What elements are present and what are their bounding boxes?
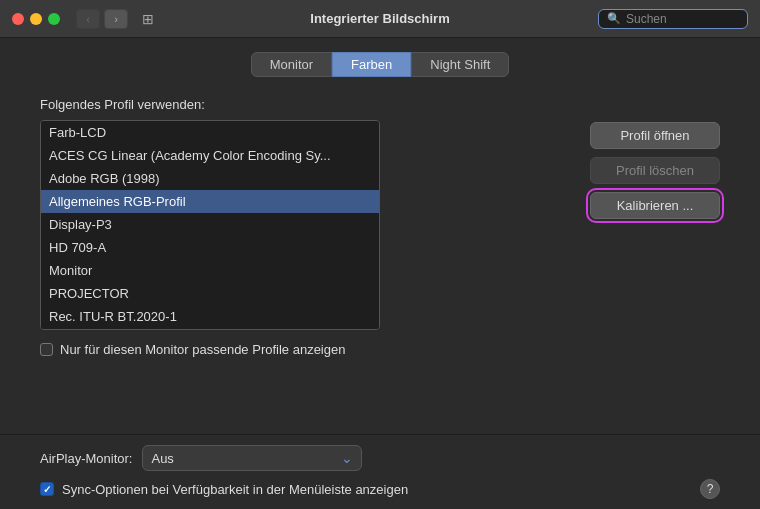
window-title: Integrierter Bildschirm xyxy=(310,11,449,26)
kalibrieren-button[interactable]: Kalibrieren ... xyxy=(590,192,720,219)
sync-label: Sync-Optionen bei Verfügbarkeit in der M… xyxy=(62,482,408,497)
list-item[interactable]: ACES CG Linear (Academy Color Encoding S… xyxy=(41,144,379,167)
tab-nightshift[interactable]: Night Shift xyxy=(411,52,509,77)
profil-loeschen-button[interactable]: Profil löschen xyxy=(590,157,720,184)
close-button[interactable] xyxy=(12,13,24,25)
bottom-area: AirPlay-Monitor: Aus ⌄ Sync-Optionen bei… xyxy=(0,434,760,509)
tab-farben[interactable]: Farben xyxy=(332,52,411,77)
tab-monitor[interactable]: Monitor xyxy=(251,52,332,77)
minimize-button[interactable] xyxy=(30,13,42,25)
maximize-button[interactable] xyxy=(48,13,60,25)
list-item[interactable]: HD 709-A xyxy=(41,236,379,259)
sync-checkbox[interactable] xyxy=(40,482,54,496)
grid-button[interactable]: ⊞ xyxy=(136,9,160,29)
filter-checkbox-label: Nur für diesen Monitor passende Profile … xyxy=(60,342,345,357)
search-box[interactable]: 🔍 xyxy=(598,9,748,29)
help-button[interactable]: ? xyxy=(700,479,720,499)
content-row: Farb-LCD ACES CG Linear (Academy Color E… xyxy=(40,120,720,357)
list-item[interactable]: Monitor xyxy=(41,259,379,282)
airplay-dropdown[interactable]: Aus ⌄ xyxy=(142,445,362,471)
list-item[interactable]: Rec. ITU-R BT.2020-1 xyxy=(41,305,379,328)
search-input[interactable] xyxy=(626,12,736,26)
list-item-selected[interactable]: Allgemeines RGB-Profil xyxy=(41,190,379,213)
profil-oeffnen-button[interactable]: Profil öffnen xyxy=(590,122,720,149)
list-item[interactable]: Rec. ITU-R BT.709-5 xyxy=(41,328,379,330)
list-item[interactable]: Display-P3 xyxy=(41,213,379,236)
list-item[interactable]: Farb-LCD xyxy=(41,121,379,144)
airplay-value: Aus xyxy=(151,451,173,466)
titlebar: ‹ › ⊞ Integrierter Bildschirm 🔍 xyxy=(0,0,760,38)
profile-list[interactable]: Farb-LCD ACES CG Linear (Academy Color E… xyxy=(40,120,380,330)
sync-row: Sync-Optionen bei Verfügbarkeit in der M… xyxy=(40,479,720,499)
nav-buttons: ‹ › xyxy=(76,9,128,29)
filter-checkbox[interactable] xyxy=(40,343,53,356)
chevron-down-icon: ⌄ xyxy=(341,450,353,466)
checkbox-row: Nur für diesen Monitor passende Profile … xyxy=(40,342,570,357)
list-item[interactable]: PROJECTOR xyxy=(41,282,379,305)
traffic-lights xyxy=(12,13,60,25)
list-item[interactable]: Adobe RGB (1998) xyxy=(41,167,379,190)
airplay-label: AirPlay-Monitor: xyxy=(40,451,132,466)
airplay-row: AirPlay-Monitor: Aus ⌄ xyxy=(40,445,720,471)
tabs-container: Monitor Farben Night Shift xyxy=(0,38,760,87)
search-icon: 🔍 xyxy=(607,12,621,25)
profile-section-label: Folgendes Profil verwenden: xyxy=(40,97,720,112)
forward-button[interactable]: › xyxy=(104,9,128,29)
back-button[interactable]: ‹ xyxy=(76,9,100,29)
profile-actions: Profil öffnen Profil löschen Kalibrieren… xyxy=(590,120,720,219)
main-content: Folgendes Profil verwenden: Farb-LCD ACE… xyxy=(0,87,760,367)
profile-list-container: Farb-LCD ACES CG Linear (Academy Color E… xyxy=(40,120,570,357)
